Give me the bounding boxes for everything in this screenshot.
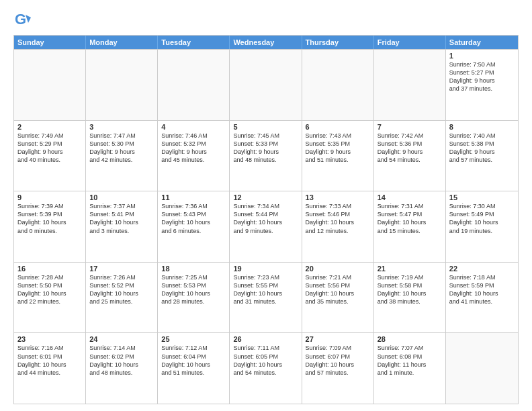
day-number: 18 (161, 265, 226, 273)
cal-cell: 18Sunrise: 7:25 AM Sunset: 5:53 PM Dayli… (158, 263, 230, 333)
svg-text:G: G (15, 11, 26, 28)
cal-cell: 24Sunrise: 7:14 AM Sunset: 6:02 PM Dayli… (86, 333, 158, 404)
day-number: 15 (449, 193, 515, 201)
cal-row: 16Sunrise: 7:28 AM Sunset: 5:50 PM Dayli… (14, 262, 518, 333)
day-info: Sunrise: 7:12 AM Sunset: 6:04 PM Dayligh… (161, 344, 226, 377)
cal-cell: 20Sunrise: 7:21 AM Sunset: 5:56 PM Dayli… (302, 263, 374, 333)
page: G SundayMondayTuesdayWednesdayThursdayFr… (0, 0, 532, 411)
day-info: Sunrise: 7:21 AM Sunset: 5:56 PM Dayligh… (306, 273, 370, 306)
cal-cell: 19Sunrise: 7:23 AM Sunset: 5:55 PM Dayli… (230, 263, 302, 333)
day-info: Sunrise: 7:49 AM Sunset: 5:29 PM Dayligh… (17, 132, 82, 165)
svg-marker-1 (26, 15, 31, 23)
day-number: 19 (233, 265, 298, 273)
day-number: 17 (89, 265, 154, 273)
cal-cell: 15Sunrise: 7:30 AM Sunset: 5:49 PM Dayli… (446, 191, 518, 262)
cal-cell: 3Sunrise: 7:47 AM Sunset: 5:30 PM Daylig… (86, 121, 158, 191)
cal-cell: 12Sunrise: 7:34 AM Sunset: 5:44 PM Dayli… (230, 191, 302, 262)
day-number: 16 (17, 265, 82, 273)
cal-cell: 5Sunrise: 7:45 AM Sunset: 5:33 PM Daylig… (230, 121, 302, 191)
day-number: 7 (378, 123, 442, 131)
cal-cell: 28Sunrise: 7:07 AM Sunset: 6:08 PM Dayli… (374, 333, 446, 404)
cal-header-cell: Wednesday (230, 36, 302, 49)
cal-cell: 7Sunrise: 7:42 AM Sunset: 5:36 PM Daylig… (374, 121, 446, 191)
calendar-body: 1Sunrise: 7:50 AM Sunset: 5:27 PM Daylig… (14, 49, 518, 404)
cal-cell (14, 50, 86, 120)
day-number: 6 (306, 123, 370, 131)
cal-cell: 13Sunrise: 7:33 AM Sunset: 5:46 PM Dayli… (302, 191, 374, 262)
day-number: 1 (449, 52, 515, 60)
cal-cell: 11Sunrise: 7:36 AM Sunset: 5:43 PM Dayli… (158, 191, 230, 262)
day-info: Sunrise: 7:26 AM Sunset: 5:52 PM Dayligh… (89, 273, 154, 306)
cal-cell (86, 50, 158, 120)
day-number: 4 (161, 123, 226, 131)
day-number: 25 (161, 335, 226, 343)
day-info: Sunrise: 7:37 AM Sunset: 5:41 PM Dayligh… (89, 202, 154, 235)
day-info: Sunrise: 7:09 AM Sunset: 6:07 PM Dayligh… (306, 344, 370, 377)
cal-cell: 14Sunrise: 7:31 AM Sunset: 5:47 PM Dayli… (374, 191, 446, 262)
day-info: Sunrise: 7:14 AM Sunset: 6:02 PM Dayligh… (89, 344, 154, 377)
day-number: 12 (233, 193, 298, 201)
day-info: Sunrise: 7:47 AM Sunset: 5:30 PM Dayligh… (89, 132, 154, 165)
header: G (13, 11, 519, 30)
day-number: 11 (161, 193, 226, 201)
day-info: Sunrise: 7:07 AM Sunset: 6:08 PM Dayligh… (378, 344, 442, 377)
calendar: SundayMondayTuesdayWednesdayThursdayFrid… (13, 35, 519, 404)
cal-row: 2Sunrise: 7:49 AM Sunset: 5:29 PM Daylig… (14, 120, 518, 191)
cal-cell: 1Sunrise: 7:50 AM Sunset: 5:27 PM Daylig… (446, 50, 518, 120)
cal-row: 1Sunrise: 7:50 AM Sunset: 5:27 PM Daylig… (14, 49, 518, 120)
day-info: Sunrise: 7:45 AM Sunset: 5:33 PM Dayligh… (233, 132, 298, 165)
cal-cell: 4Sunrise: 7:46 AM Sunset: 5:32 PM Daylig… (158, 121, 230, 191)
day-info: Sunrise: 7:40 AM Sunset: 5:38 PM Dayligh… (449, 132, 515, 165)
cal-row: 23Sunrise: 7:16 AM Sunset: 6:01 PM Dayli… (14, 332, 518, 404)
cal-header-cell: Monday (86, 36, 158, 49)
day-number: 8 (449, 123, 515, 131)
cal-cell (302, 50, 374, 120)
day-number: 22 (449, 265, 515, 273)
day-info: Sunrise: 7:46 AM Sunset: 5:32 PM Dayligh… (161, 132, 226, 165)
cal-cell: 16Sunrise: 7:28 AM Sunset: 5:50 PM Dayli… (14, 263, 86, 333)
logo-icon: G (13, 11, 32, 30)
cal-cell: 9Sunrise: 7:39 AM Sunset: 5:39 PM Daylig… (14, 191, 86, 262)
day-info: Sunrise: 7:18 AM Sunset: 5:59 PM Dayligh… (449, 273, 515, 306)
cal-cell: 17Sunrise: 7:26 AM Sunset: 5:52 PM Dayli… (86, 263, 158, 333)
day-number: 5 (233, 123, 298, 131)
cal-cell (374, 50, 446, 120)
logo: G (13, 11, 35, 30)
day-number: 14 (378, 193, 442, 201)
day-number: 28 (378, 335, 442, 343)
day-info: Sunrise: 7:34 AM Sunset: 5:44 PM Dayligh… (233, 202, 298, 235)
day-number: 27 (306, 335, 370, 343)
cal-cell: 25Sunrise: 7:12 AM Sunset: 6:04 PM Dayli… (158, 333, 230, 404)
day-info: Sunrise: 7:42 AM Sunset: 5:36 PM Dayligh… (378, 132, 442, 165)
day-number: 26 (233, 335, 298, 343)
cal-cell: 2Sunrise: 7:49 AM Sunset: 5:29 PM Daylig… (14, 121, 86, 191)
cal-header-cell: Tuesday (158, 36, 230, 49)
cal-cell (158, 50, 230, 120)
cal-header-cell: Friday (374, 36, 446, 49)
day-number: 3 (89, 123, 154, 131)
day-info: Sunrise: 7:16 AM Sunset: 6:01 PM Dayligh… (17, 344, 82, 377)
cal-row: 9Sunrise: 7:39 AM Sunset: 5:39 PM Daylig… (14, 191, 518, 262)
day-info: Sunrise: 7:33 AM Sunset: 5:46 PM Dayligh… (306, 202, 370, 235)
day-number: 23 (17, 335, 82, 343)
cal-cell: 10Sunrise: 7:37 AM Sunset: 5:41 PM Dayli… (86, 191, 158, 262)
cal-cell: 27Sunrise: 7:09 AM Sunset: 6:07 PM Dayli… (302, 333, 374, 404)
day-info: Sunrise: 7:28 AM Sunset: 5:50 PM Dayligh… (17, 273, 82, 306)
day-info: Sunrise: 7:23 AM Sunset: 5:55 PM Dayligh… (233, 273, 298, 306)
day-info: Sunrise: 7:30 AM Sunset: 5:49 PM Dayligh… (449, 202, 515, 235)
day-number: 24 (89, 335, 154, 343)
day-info: Sunrise: 7:43 AM Sunset: 5:35 PM Dayligh… (306, 132, 370, 165)
cal-header-cell: Sunday (14, 36, 86, 49)
day-number: 9 (17, 193, 82, 201)
day-number: 10 (89, 193, 154, 201)
cal-header-cell: Thursday (302, 36, 374, 49)
cal-cell (230, 50, 302, 120)
calendar-header: SundayMondayTuesdayWednesdayThursdayFrid… (14, 36, 518, 49)
cal-cell: 23Sunrise: 7:16 AM Sunset: 6:01 PM Dayli… (14, 333, 86, 404)
cal-header-cell: Saturday (446, 36, 518, 49)
cal-cell: 26Sunrise: 7:11 AM Sunset: 6:05 PM Dayli… (230, 333, 302, 404)
cal-cell: 22Sunrise: 7:18 AM Sunset: 5:59 PM Dayli… (446, 263, 518, 333)
day-info: Sunrise: 7:50 AM Sunset: 5:27 PM Dayligh… (449, 60, 515, 93)
day-info: Sunrise: 7:11 AM Sunset: 6:05 PM Dayligh… (233, 344, 298, 377)
day-number: 13 (306, 193, 370, 201)
